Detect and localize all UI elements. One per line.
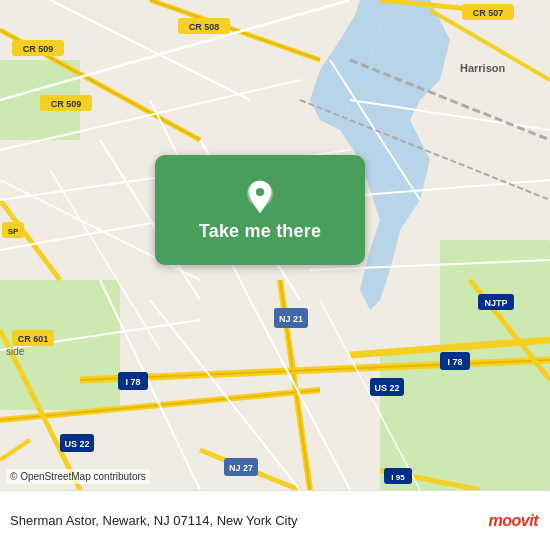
moovit-logo: moovit	[489, 512, 538, 530]
svg-text:Harrison: Harrison	[460, 62, 506, 74]
svg-text:CR 509: CR 509	[51, 99, 82, 109]
moovit-logo-text: moovit	[489, 512, 538, 530]
svg-text:US 22: US 22	[374, 383, 399, 393]
svg-text:CR 509: CR 509	[23, 44, 54, 54]
svg-text:CR 508: CR 508	[189, 22, 220, 32]
osm-credit: © OpenStreetMap contributors	[6, 469, 150, 484]
svg-text:NJTP: NJTP	[484, 298, 507, 308]
svg-text:side: side	[6, 346, 25, 357]
svg-text:I 78: I 78	[447, 357, 462, 367]
svg-text:CR 601: CR 601	[18, 334, 49, 344]
svg-text:US 22: US 22	[64, 439, 89, 449]
svg-text:I 78: I 78	[125, 377, 140, 387]
map-pin-icon	[242, 179, 278, 215]
svg-text:I 95: I 95	[391, 473, 405, 482]
bottom-bar: Sherman Astor, Newark, NJ 07114, New Yor…	[0, 490, 550, 550]
take-me-there-button[interactable]: Take me there	[155, 155, 365, 265]
map-container: CR 509 CR 509 CR 508 CR 507 Harrison NJ …	[0, 0, 550, 490]
svg-text:SP: SP	[8, 227, 19, 236]
svg-text:NJ 21: NJ 21	[279, 314, 303, 324]
svg-text:NJ 27: NJ 27	[229, 463, 253, 473]
address-text: Sherman Astor, Newark, NJ 07114, New Yor…	[10, 513, 298, 528]
take-me-there-label: Take me there	[199, 221, 321, 242]
svg-point-79	[256, 188, 264, 196]
svg-text:CR 507: CR 507	[473, 8, 504, 18]
